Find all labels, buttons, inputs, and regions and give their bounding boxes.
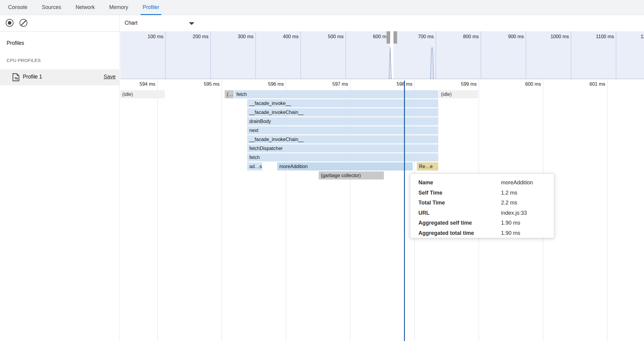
tooltip-row-aggregated-total-time: Aggregated total time1.90 ms — [410, 229, 554, 239]
flame-chart[interactable]: 594 ms595 ms596 ms597 ms598 ms599 ms600 … — [120, 79, 644, 341]
current-time-marker — [404, 81, 405, 341]
cpu-profiles-section-label: CPU PROFILES — [7, 58, 41, 63]
tooltip-value: index.js:33 — [501, 210, 527, 216]
tooltip-label: Self Time — [418, 190, 442, 196]
flame-tick-label: 601 ms — [572, 81, 605, 87]
view-mode-select[interactable]: Chart — [124, 17, 199, 29]
tooltip-row-self-time: Self Time1.2 ms — [410, 189, 554, 198]
flame-frame-facade-invokechain[interactable]: __facade_invokeChain__ — [247, 135, 438, 143]
flame-chart-toolbar: Chart — [120, 15, 644, 31]
flame-frame-item[interactable]: (… — [225, 90, 234, 98]
tooltip-label: Total Time — [418, 200, 445, 206]
selection-handle-left[interactable] — [387, 31, 390, 44]
flame-frame-facade-invokechain[interactable]: __facade_invokeChain__ — [247, 108, 438, 116]
tab-console[interactable]: Console — [6, 0, 29, 15]
flame-gridline — [221, 79, 222, 341]
flame-frame-fetch[interactable]: fetch — [234, 90, 438, 98]
flame-frame-moreaddition[interactable]: moreAddition — [277, 162, 413, 170]
flame-frame-idle[interactable]: (idle) — [120, 90, 165, 98]
profiler-sidebar: Profiles CPU PROFILES % Profile 1 Save — [0, 15, 120, 341]
clear-icon — [21, 20, 26, 25]
flame-frame-fetchdispatcher[interactable]: fetchDispatcher — [247, 144, 438, 152]
flame-frame-facade-invoke[interactable]: __facade_invoke__ — [247, 99, 438, 107]
flame-frame-garbage-collector[interactable]: (garbage collector) — [319, 171, 384, 180]
tooltip-value: 2.2 ms — [501, 200, 517, 206]
tab-sources[interactable]: Sources — [40, 0, 63, 15]
record-icon — [8, 21, 11, 25]
devtools-profiler-panel: ConsoleSourcesNetworkMemoryProfiler Prof… — [0, 0, 644, 341]
flame-tick-label: 595 ms — [187, 81, 220, 87]
tooltip-value: 1.90 ms — [501, 230, 520, 236]
chevron-down-icon — [189, 22, 194, 25]
tooltip-label: Name — [418, 180, 433, 186]
tooltip-label: Aggregated self time — [418, 220, 472, 226]
tooltip-value: 1.2 ms — [501, 190, 517, 196]
tab-memory[interactable]: Memory — [107, 0, 130, 15]
flame-frame-re-e[interactable]: Re…e — [417, 162, 438, 170]
record-profile-button[interactable] — [6, 19, 14, 27]
view-mode-value: Chart — [125, 20, 138, 26]
tooltip-row-url: URLindex.js:33 — [410, 209, 554, 219]
tooltip-row-total-time: Total Time2.2 ms — [410, 198, 554, 208]
tooltip-value: 1.90 ms — [501, 220, 520, 226]
tooltip-label: URL — [418, 210, 430, 216]
flame-tick-label: 596 ms — [251, 81, 284, 87]
flame-tick-label: 597 ms — [315, 81, 348, 87]
tooltip-value: moreAddition — [501, 180, 533, 186]
tooltip-row-name: NamemoreAddition — [410, 178, 554, 188]
flame-frame-next[interactable]: next — [247, 126, 438, 134]
flame-frame-idle[interactable]: (idle) — [439, 90, 478, 98]
profile-document-icon: % — [12, 73, 20, 83]
clear-profiles-button[interactable] — [20, 19, 27, 27]
profile-name: Profile 1 — [23, 74, 42, 80]
flame-tick-label: 594 ms — [122, 81, 155, 87]
profiler-toolbar — [0, 15, 119, 32]
cpu-activity-spikes — [120, 31, 644, 79]
profile-list-item[interactable]: % Profile 1 Save — [0, 69, 119, 85]
frame-details-tooltip: NamemoreAdditionSelf Time1.2 msTotal Tim… — [410, 174, 554, 238]
tab-network[interactable]: Network — [73, 0, 97, 15]
flame-tick-label: 598 ms — [379, 81, 412, 87]
selection-handle-right[interactable] — [393, 31, 397, 44]
flame-frame-ad-s[interactable]: ad…s — [247, 162, 262, 170]
save-profile-link[interactable]: Save — [104, 74, 116, 80]
svg-text:%: % — [15, 76, 18, 81]
timeline-overview[interactable]: 100 ms200 ms300 ms400 ms500 ms600 ms700 … — [120, 31, 644, 79]
profiles-title: Profiles — [7, 40, 24, 46]
flame-gridline — [157, 79, 158, 341]
tooltip-label: Aggregated total time — [418, 230, 474, 236]
flame-frame-fetch[interactable]: fetch — [247, 153, 438, 161]
flame-gridline — [607, 79, 608, 341]
devtools-tab-bar: ConsoleSourcesNetworkMemoryProfiler — [0, 0, 644, 15]
flame-tick-label: 599 ms — [444, 81, 477, 87]
tab-profiler[interactable]: Profiler — [141, 0, 161, 15]
tooltip-row-aggregated-self-time: Aggregated self time1.90 ms — [410, 219, 554, 229]
flame-tick-label: 600 ms — [508, 81, 541, 87]
flame-frame-drainbody[interactable]: drainBody — [247, 117, 438, 125]
